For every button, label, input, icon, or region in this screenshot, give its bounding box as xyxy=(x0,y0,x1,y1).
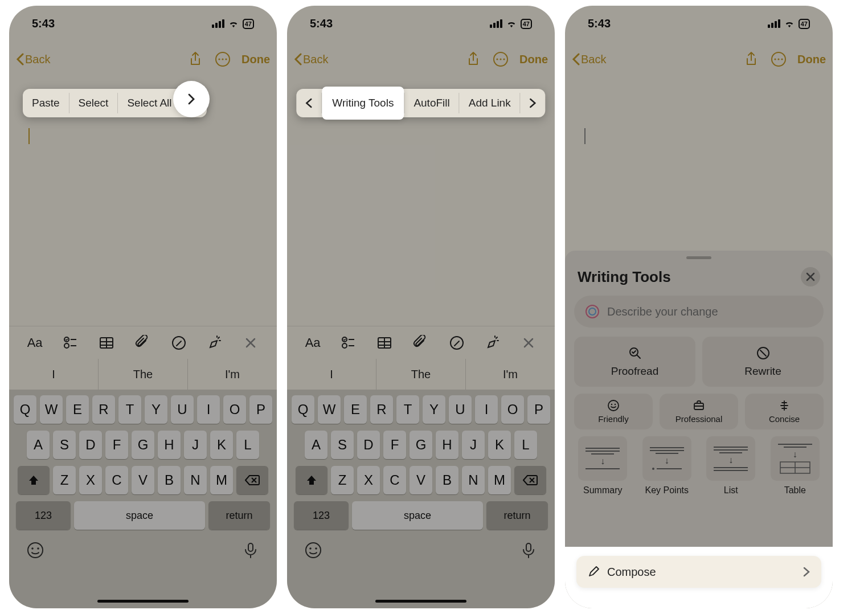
menu-next-button[interactable] xyxy=(521,90,546,116)
phone-screenshot-3: 5:43 47 Back Done Writing Tools xyxy=(565,6,833,608)
tutorial-highlight xyxy=(173,81,210,117)
select-all-menu-item[interactable]: Select All xyxy=(118,89,181,117)
chevron-right-icon xyxy=(187,93,195,105)
compose-button[interactable]: Compose xyxy=(576,556,821,588)
compose-row-highlight: Compose xyxy=(565,547,833,608)
context-menu: Writing Tools AutoFill Add Link xyxy=(296,89,545,117)
compose-label: Compose xyxy=(607,566,656,579)
dim-overlay xyxy=(565,6,833,608)
add-link-menu-item[interactable]: Add Link xyxy=(460,89,520,117)
phone-screenshot-1: 5:43 47 Back Done Paste Select Select Al… xyxy=(9,6,277,608)
phone-screenshot-2: 5:43 47 Back Done Writing Tools AutoFill… xyxy=(287,6,555,608)
select-menu-item[interactable]: Select xyxy=(69,89,118,117)
chevron-right-icon xyxy=(530,98,537,108)
writing-tools-menu-item[interactable]: Writing Tools xyxy=(322,87,404,120)
paste-menu-item[interactable]: Paste xyxy=(23,89,69,117)
menu-prev-button[interactable] xyxy=(296,90,321,116)
compose-icon xyxy=(588,566,599,578)
autofill-menu-item[interactable]: AutoFill xyxy=(404,89,458,117)
chevron-left-icon xyxy=(305,98,312,108)
chevron-right-icon xyxy=(803,567,810,577)
